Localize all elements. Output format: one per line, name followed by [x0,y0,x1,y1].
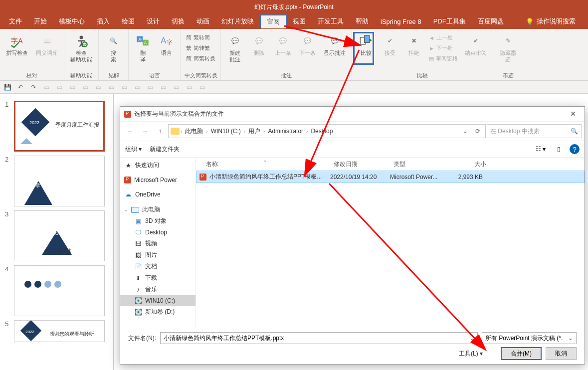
breadcrumb-desktop[interactable]: Desktop [309,127,335,136]
tab-help[interactable]: 帮助 [350,15,375,28]
tab-baidu[interactable]: 百度网盘 [472,15,510,28]
qat-btn[interactable]: ▭ [94,83,103,92]
search-input[interactable]: 在 Desktop 中搜索 🔍 [487,124,582,138]
qat-btn[interactable]: ▭ [146,83,155,92]
tab-view[interactable]: 视图 [287,15,312,28]
tab-developer[interactable]: 开发工具 [312,15,350,28]
thumb-2[interactable]: 2 目录 [0,154,113,208]
qat-btn[interactable]: ▭ [197,83,206,92]
dropdown-icon[interactable]: ⌄ [469,335,474,342]
close-button[interactable]: × [566,107,581,122]
simp-to-trad-button[interactable]: 繁简转繁 [184,43,217,53]
help-button[interactable]: ? [570,144,580,154]
tab-slideshow[interactable]: 幻灯片放映 [215,15,260,28]
file-row[interactable]: 小清新绿色简约风年终工作总结PPT模板... 2022/10/19 14:20 … [196,171,585,183]
tree-downloads[interactable]: ⬇下载 [120,272,196,284]
tab-transition[interactable]: 切换 [166,15,191,28]
dropdown-icon[interactable]: ⌄ [460,128,471,135]
breadcrumb[interactable]: › 此电脑 › WIN10 (C:) › 用户 › Administrator … [168,124,486,138]
tab-file[interactable]: 文件 [3,15,28,28]
tab-review[interactable]: 审阅 [260,14,287,28]
hide-ink-button[interactable]: ✎ 隐藏墨 迹 [497,31,519,65]
reject-button[interactable]: ✖ 拒绝 [403,31,425,58]
tree-pictures[interactable]: 🖼图片 [120,249,196,261]
qat-btn[interactable]: ▭ [120,83,129,92]
save-button[interactable]: 💾 [3,83,12,92]
tree-ms-power[interactable]: Microsoft Power [120,175,196,185]
thesaurus-button[interactable]: 📖 同义词库 [33,31,61,58]
smart-lookup-button[interactable]: 🔍 搜 索 [103,31,125,65]
tree-c-drive[interactable]: 💽WIN10 (C:) [120,295,196,306]
language-button[interactable]: A字 语言 [156,31,178,58]
breadcrumb-drive[interactable]: WIN10 (C:) [209,127,243,136]
new-folder-button[interactable]: 新建文件夹 [150,145,180,154]
thumb-3[interactable]: 3 01 年度工作概述 [0,208,113,263]
file-list[interactable]: 名称 修改日期 类型 大小 ⌃ 小清新绿色简约风年终工作总结PPT模板... 2… [196,158,585,327]
thumb-1[interactable]: 1 2022 季度月度工作汇报 [0,99,113,154]
review-pane-button[interactable]: ▤审阅窗格 [427,54,460,63]
folder-tree[interactable]: ★快速访问 Microsoft Power ☁OneDrive ⌄此电脑 ▣3D… [120,158,196,327]
back-button[interactable]: ← [123,124,137,138]
prev-change-button[interactable]: ◄上一处 [427,33,460,42]
qat-btn[interactable]: ▭ [159,83,168,92]
tree-this-pc[interactable]: ⌄此电脑 [120,204,196,215]
spell-check-button[interactable]: 字A 拼写检查 [3,31,31,58]
col-size[interactable]: 大小 [451,160,486,169]
tree-onedrive[interactable]: ☁OneDrive [120,189,196,200]
qat-btn[interactable]: ▭ [55,83,64,92]
qat-btn[interactable]: ▭ [68,83,77,92]
redo-button[interactable]: ↷ [29,83,38,92]
tree-3d-objects[interactable]: ▣3D 对象 [120,215,196,227]
tab-home[interactable]: 开始 [28,15,53,28]
organize-button[interactable]: 组织 ▾ [125,145,142,154]
tree-videos[interactable]: 🎞视频 [120,238,196,249]
breadcrumb-pc[interactable]: 此电脑 [183,126,205,137]
tab-insert[interactable]: 插入 [91,15,116,28]
tab-draw[interactable]: 绘图 [116,15,141,28]
breadcrumb-users[interactable]: 用户 [246,126,262,137]
accept-button[interactable]: ✔ 接受 [379,31,401,58]
col-type[interactable]: 类型 [393,160,451,169]
qat-btn[interactable]: ▭ [172,83,181,92]
tab-design[interactable]: 设计 [141,15,166,28]
new-comment-button[interactable]: 💬 新建 批注 [224,31,246,65]
tree-music[interactable]: ♪音乐 [120,284,196,295]
tree-documents[interactable]: 📄文档 [120,261,196,272]
tree-desktop[interactable]: 🖵Desktop [120,227,196,238]
cjk-convert-button[interactable]: 简简繁转换 [184,54,217,63]
dropdown-icon[interactable]: ⌄ [568,335,573,342]
qat-btn[interactable]: ▭ [42,83,51,92]
thumb-4[interactable]: 4 [0,263,113,318]
file-list-header[interactable]: 名称 修改日期 类型 大小 ⌃ [196,158,585,171]
translate-button[interactable]: あA 翻 译 [132,31,154,65]
filename-input[interactable]: 小清新绿色简约风年终工作总结PPT模板.pptx ⌄ [160,332,478,344]
preview-pane-button[interactable]: ▯ [552,144,566,155]
end-review-button[interactable]: ✔ 结束审阅 [462,31,490,58]
tab-ispring[interactable]: iSpring Free 8 [375,16,427,27]
qat-btn[interactable]: ▭ [81,83,90,92]
thumb-5[interactable]: 5 2022 感谢您的观看与聆听 [0,318,113,344]
refresh-button[interactable]: ⟳ [472,128,483,135]
forward-button[interactable]: → [138,124,152,138]
next-change-button[interactable]: ►下一处 [427,43,460,53]
col-date[interactable]: 修改日期 [334,160,393,169]
breadcrumb-admin[interactable]: Administrator [266,127,305,136]
tree-quick-access[interactable]: ★快速访问 [120,160,196,171]
tell-me-search[interactable]: 💡 操作说明搜索 [520,15,582,28]
tree-d-drive[interactable]: 💽新加卷 (D:) [120,306,196,318]
qat-btn[interactable]: ▭ [133,83,142,92]
slide-thumbnails[interactable]: 1 2022 季度月度工作汇报 2 目录 3 01 年度工作概述 4 [0,94,114,370]
qat-btn[interactable]: ▭ [107,83,116,92]
tab-pdf[interactable]: PDF工具集 [427,15,472,28]
undo-button[interactable]: ↶ [16,83,25,92]
accessibility-check-button[interactable]: 检查 辅助功能 [67,31,95,65]
filetype-filter[interactable]: 所有 PowerPoint 演示文稿 (*. ⌄ [482,332,577,344]
view-mode-button[interactable]: ☷ ▾ [534,144,548,155]
cancel-button[interactable]: 取消 [546,347,577,360]
up-button[interactable]: ↑ [153,124,167,138]
prev-comment-button[interactable]: 💬 上一条 [272,31,294,58]
tools-button[interactable]: 工具(L) ▾ [459,350,483,358]
show-comments-button[interactable]: 💬 显示批注 [321,31,349,58]
compare-button[interactable]: 比较 [355,31,377,58]
delete-comment-button[interactable]: 💬 删除 [248,31,270,58]
